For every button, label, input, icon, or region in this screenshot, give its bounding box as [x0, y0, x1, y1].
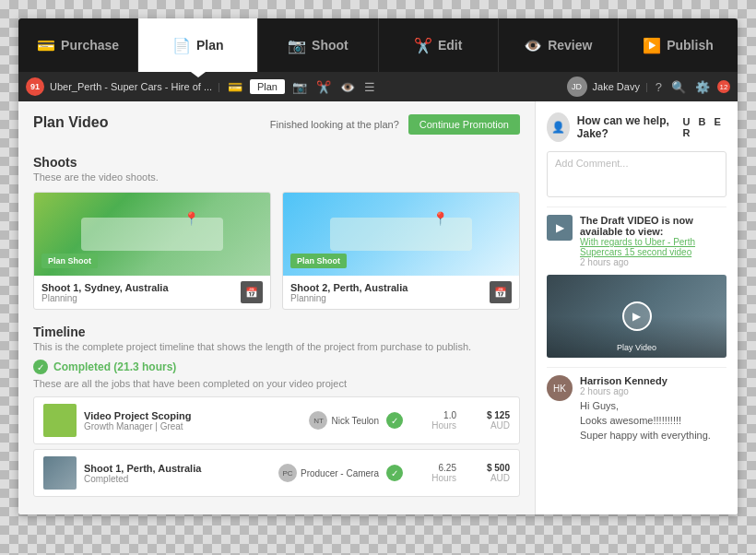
commenter-avatar: HK — [547, 375, 573, 401]
shoot-info-1: Shoot 1, Sydney, Australia Planning 📅 — [34, 276, 270, 309]
notif-title: The Draft VIDEO is now available to view… — [580, 215, 726, 237]
shoot-card-2: 📍 Plan Shoot Shoot 2, Perth, Australia P… — [282, 192, 520, 310]
commenter-info: Harrison Kennedy 2 hours ago Hi Guys, Lo… — [580, 375, 711, 441]
play-label: Play Video — [617, 343, 656, 352]
job-title-2: Shoot 1, Perth, Australia — [84, 463, 271, 474]
tab-purchase[interactable]: 💳 Purchase — [18, 18, 138, 72]
timeline-check-1: ✓ — [386, 412, 403, 429]
tab-shoot-label: Shoot — [312, 38, 348, 53]
divider — [547, 207, 726, 207]
timeline-item-2: Shoot 1, Perth, Australia Completed PC P… — [33, 449, 520, 497]
help-title: How can we help, Jake? — [577, 114, 676, 140]
commenter-time: 2 hours ago — [580, 386, 711, 396]
plan-icon: 📄 — [172, 37, 191, 54]
comment-input[interactable]: Add Comment... — [547, 151, 726, 197]
completed-header: ✓ Completed (21.3 hours) — [33, 360, 520, 374]
timeline-item-1: Video Project Scoping Growth Manager | G… — [33, 396, 520, 444]
comment-divider — [547, 367, 726, 368]
timeline-main-1: Video Project Scoping Growth Manager | G… — [84, 410, 301, 431]
person-avatar-1: NT — [309, 411, 327, 430]
video-thumbnail[interactable]: ▶ Play Video — [547, 275, 726, 358]
tab-edit[interactable]: ✂️ Edit — [379, 18, 499, 72]
map-pin-2: 📍 — [432, 211, 448, 226]
tab-publish[interactable]: ▶️ Publish — [619, 18, 738, 72]
shoot-name-2: Shoot 2, Perth, Australia — [290, 282, 408, 293]
timeline-check-2: ✓ — [386, 465, 403, 481]
timeline-subtitle: This is the complete project timeline th… — [33, 341, 520, 352]
comment-text: Looks awesome!!!!!!!!!! — [580, 415, 711, 426]
tab-shoot[interactable]: 📷 Shoot — [258, 18, 378, 72]
shoot-info-text-1: Shoot 1, Sydney, Australia Planning — [41, 282, 169, 303]
active-tab-label: Plan — [250, 79, 285, 94]
review-icon: 👁️ — [524, 37, 542, 54]
shoot-map-2: 📍 Plan Shoot — [283, 193, 519, 276]
user-name: Jake Davy — [593, 81, 640, 92]
tab-review[interactable]: 👁️ Review — [499, 18, 619, 72]
timeline-title: Timeline — [33, 325, 520, 339]
plan-shoot-btn-2[interactable]: Plan Shoot — [290, 254, 347, 268]
timeline-main-2: Shoot 1, Perth, Australia Completed — [84, 463, 271, 484]
brand-circle: 91 — [26, 77, 44, 96]
scissors-nav-icon[interactable]: ✂️ — [314, 80, 333, 94]
main-content: Plan Video Finished looking at the plan?… — [18, 101, 738, 514]
timeline-section: Timeline This is the complete project ti… — [33, 325, 520, 497]
calendar-icon-1[interactable]: 📅 — [241, 281, 263, 303]
secondary-nav: 91 Uber_Perth - Super Cars - Hire of ...… — [18, 72, 738, 101]
completed-check: ✓ — [33, 360, 48, 374]
shoot-status-1: Planning — [41, 293, 169, 303]
camera-nav-icon[interactable]: 📷 — [290, 80, 309, 94]
uber-logo: U B E R — [682, 116, 726, 138]
shoot-name-1: Shoot 1, Sydney, Australia — [41, 282, 169, 293]
tab-edit-label: Edit — [438, 38, 462, 53]
help-icon[interactable]: ? — [654, 80, 664, 94]
help-avatar: 👤 — [547, 112, 570, 142]
job-sub-1: Growth Manager | Great — [84, 421, 301, 431]
completed-sub: These are all the jobs that have been co… — [33, 378, 520, 389]
continue-promotion-button[interactable]: Continue Promotion — [408, 114, 520, 135]
search-icon[interactable]: 🔍 — [669, 80, 688, 94]
completed-title: Completed (21.3 hours) — [53, 360, 176, 373]
tab-plan[interactable]: 📄 Plan — [138, 18, 258, 72]
video-notif-icon: ▶ — [547, 215, 573, 241]
notif-link[interactable]: With regards to Uber - Perth Supercars 1… — [580, 237, 726, 257]
top-nav: 💳 Purchase 📄 Plan 📷 Shoot ✂️ Edit 👁️ Rev… — [18, 18, 738, 72]
publish-icon: ▶️ — [643, 37, 661, 54]
job-sub-2: Completed — [84, 474, 271, 484]
notif-time: 2 hours ago — [580, 257, 726, 267]
map-pin-1: 📍 — [183, 211, 199, 226]
shoots-grid: 📍 Plan Shoot Shoot 1, Sydney, Australia … — [33, 192, 520, 310]
comment-greeting: Hi Guys, — [580, 400, 711, 411]
title-row: Plan Video Finished looking at the plan?… — [33, 114, 520, 146]
person-2: PC Producer - Camera — [278, 464, 379, 482]
play-button[interactable]: ▶ — [622, 301, 652, 331]
gear-icon[interactable]: ⚙️ — [693, 80, 712, 94]
comment-sub: Super happy with everything. — [580, 430, 711, 441]
page-title: Plan Video — [33, 114, 109, 131]
tab-review-label: Review — [548, 38, 592, 53]
commenter-name: Harrison Kennedy — [580, 375, 711, 386]
left-panel: Plan Video Finished looking at the plan?… — [18, 101, 535, 514]
user-avatar: JD — [567, 77, 587, 97]
shoot-icon: 📷 — [288, 37, 306, 54]
shoot-map-1: 📍 Plan Shoot — [34, 193, 270, 276]
notification-badge[interactable]: 12 — [717, 80, 730, 93]
promotion-bar: Finished looking at the plan? Continue P… — [270, 114, 520, 135]
plan-shoot-btn-1[interactable]: Plan Shoot — [41, 254, 98, 268]
tab-purchase-label: Purchase — [61, 38, 119, 53]
person-avatar-2: PC — [278, 464, 297, 482]
edit-icon: ✂️ — [414, 37, 432, 54]
purchase-icon: 💳 — [37, 37, 55, 54]
project-title: Uber_Perth - Super Cars - Hire of ... — [50, 81, 212, 92]
creditcard-icon[interactable]: 💳 — [226, 80, 244, 94]
eye-nav-icon[interactable]: 👁️ — [338, 80, 357, 94]
list-nav-icon[interactable]: ☰ — [362, 80, 377, 94]
right-panel: 👤 How can we help, Jake? U B E R Add Com… — [535, 101, 738, 514]
job-title-1: Video Project Scoping — [84, 410, 301, 421]
calendar-icon-2[interactable]: 📅 — [490, 281, 512, 303]
notif-content: The Draft VIDEO is now available to view… — [580, 215, 726, 267]
shoot-info-text-2: Shoot 2, Perth, Australia Planning — [290, 282, 408, 303]
shoots-title: Shoots — [33, 155, 520, 170]
comment-placeholder: Add Comment... — [555, 158, 628, 169]
commenter: HK Harrison Kennedy 2 hours ago Hi Guys,… — [547, 375, 726, 441]
shoot-status-2: Planning — [290, 293, 408, 303]
